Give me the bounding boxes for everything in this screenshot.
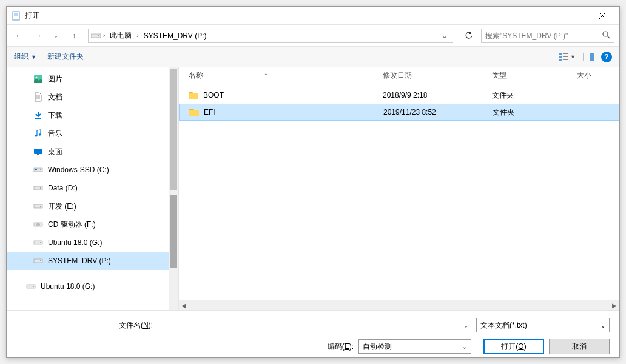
help-button[interactable]: ? — [601, 52, 612, 62]
file-row[interactable]: BOOT 2018/9/9 2:18 文件夹 — [179, 87, 619, 104]
drive-icon — [33, 183, 43, 193]
sidebar-item-music[interactable]: 音乐 — [7, 124, 178, 143]
folder-icon — [189, 108, 199, 116]
refresh-button[interactable] — [462, 29, 476, 43]
folder-icon — [189, 91, 198, 99]
column-header-date[interactable]: 修改日期 — [383, 70, 492, 81]
file-list: BOOT 2018/9/9 2:18 文件夹 EFI 2019/11/23 8:… — [179, 84, 619, 300]
search-box[interactable] — [481, 29, 614, 43]
folder-tree: 图片 文档 下载 音乐 桌面 — [7, 67, 178, 298]
svg-point-25 — [39, 133, 41, 136]
titlebar-left: 打开 — [12, 10, 39, 21]
column-headers: 名称 ⌃ 修改日期 类型 大小 — [179, 67, 619, 84]
scrollbar-thumb[interactable] — [170, 69, 177, 190]
breadcrumb: › 此电脑 › SYSTEM_DRV (P:) — [103, 29, 439, 42]
new-folder-button[interactable]: 新建文件夹 — [47, 52, 84, 62]
sidebar-item-desktop[interactable]: 桌面 — [7, 143, 178, 161]
svg-point-8 — [603, 32, 608, 36]
chevron-right-icon[interactable]: › — [103, 32, 105, 39]
pictures-icon — [33, 74, 43, 84]
encoding-label: 编码(E): — [328, 342, 354, 352]
svg-rect-17 — [590, 53, 594, 61]
preview-pane-icon — [583, 53, 594, 61]
address-bar[interactable]: › 此电脑 › SYSTEM_DRV (P:) ⌄ — [88, 29, 453, 43]
column-header-size[interactable]: 大小 — [577, 70, 619, 81]
main-area: 图片 文档 下载 音乐 桌面 — [7, 67, 619, 310]
svg-point-32 — [40, 187, 41, 189]
svg-rect-13 — [563, 56, 568, 57]
close-button[interactable] — [590, 7, 614, 24]
column-header-name[interactable]: 名称 ⌃ — [189, 70, 383, 81]
chevron-down-icon[interactable]: ⌄ — [463, 322, 468, 329]
column-header-type[interactable]: 类型 — [492, 70, 577, 81]
bottom-panel: 文件名(N): ⌄ 文本文档(*.txt) ⌄ 编码(E): 自动检测 ⌄ 打开… — [7, 310, 619, 362]
chevron-down-icon: ▼ — [570, 54, 576, 60]
view-mode-button[interactable]: ▼ — [559, 53, 576, 61]
nav-forward-button[interactable]: → — [30, 28, 45, 44]
sidebar-item-drive-g2[interactable]: Ubuntu 18.0 (G:) — [7, 277, 178, 295]
nav-up-button[interactable]: ↑ — [66, 28, 82, 44]
action-buttons: 打开(O) 取消 — [483, 339, 610, 354]
search-icon[interactable] — [602, 31, 610, 41]
sidebar-item-drive-e[interactable]: 开发 (E:) — [7, 197, 178, 215]
sidebar-scrollbar[interactable] — [169, 67, 178, 310]
sort-ascending-icon: ⌃ — [264, 73, 268, 78]
downloads-icon — [33, 110, 43, 120]
scrollbar-thumb[interactable] — [170, 195, 177, 268]
drive-icon — [33, 201, 43, 211]
sidebar-item-drive-g[interactable]: Ubuntu 18.0 (G:) — [7, 234, 178, 252]
svg-point-41 — [40, 260, 41, 261]
svg-rect-29 — [35, 169, 37, 170]
filename-input[interactable]: ⌄ — [158, 318, 471, 332]
scroll-right-icon[interactable]: ▶ — [610, 300, 619, 310]
encoding-select[interactable]: 自动检测 ⌄ — [358, 339, 471, 354]
address-dropdown[interactable]: ⌄ — [439, 32, 450, 40]
breadcrumb-current[interactable]: SYSTEM_DRV (P:) — [141, 30, 209, 41]
sidebar-item-documents[interactable]: 文档 — [7, 88, 178, 106]
scrollbar-track[interactable] — [198, 302, 600, 309]
sidebar-item-drive-d[interactable]: Data (D:) — [7, 179, 178, 197]
svg-point-39 — [40, 242, 41, 243]
sidebar-item-drive-c[interactable]: Windows-SSD (C:) — [7, 161, 178, 179]
preview-pane-button[interactable] — [583, 53, 594, 61]
svg-rect-14 — [559, 59, 562, 61]
file-content-area: 名称 ⌃ 修改日期 类型 大小 BOOT 2018/9/9 2:18 文件夹 — [179, 67, 619, 310]
scroll-left-icon[interactable]: ◀ — [179, 300, 189, 310]
svg-rect-11 — [563, 53, 568, 54]
svg-rect-12 — [559, 56, 562, 58]
chevron-down-icon: ⌄ — [462, 343, 467, 350]
sidebar: 图片 文档 下载 音乐 桌面 — [7, 67, 179, 310]
breadcrumb-root[interactable]: 此电脑 — [107, 29, 134, 42]
sidebar-item-drive-p[interactable]: SYSTEM_DRV (P:) — [7, 252, 178, 270]
svg-point-37 — [38, 224, 38, 224]
nav-recent-dropdown[interactable]: ⌄ — [48, 28, 64, 44]
svg-point-30 — [40, 169, 41, 170]
chevron-down-icon: ▼ — [31, 54, 36, 60]
svg-point-34 — [40, 206, 41, 207]
navbar: ← → ⌄ ↑ › 此电脑 › SYSTEM_DRV (P:) ⌄ — [7, 25, 619, 47]
drive-cd-icon — [33, 220, 43, 229]
horizontal-scrollbar[interactable]: ◀ ▶ — [179, 300, 619, 310]
toolbar-left: 组织 ▼ 新建文件夹 — [14, 52, 84, 62]
chevron-down-icon: ⌄ — [601, 322, 605, 329]
cancel-button[interactable]: 取消 — [549, 339, 610, 354]
svg-rect-15 — [563, 59, 568, 60]
encoding-row: 编码(E): 自动检测 ⌄ 打开(O) 取消 — [16, 339, 610, 354]
sidebar-item-drive-f[interactable]: CD 驱动器 (F:) — [7, 215, 178, 234]
svg-rect-10 — [559, 53, 562, 55]
sidebar-item-pictures[interactable]: 图片 — [7, 70, 178, 88]
chevron-right-icon[interactable]: › — [136, 32, 138, 39]
open-button[interactable]: 打开(O) — [483, 339, 544, 354]
search-input[interactable] — [485, 32, 602, 40]
notepad-icon — [12, 11, 21, 21]
organize-button[interactable]: 组织 ▼ — [14, 52, 36, 62]
nav-back-button[interactable]: ← — [12, 28, 27, 44]
filename-row: 文件名(N): ⌄ 文本文档(*.txt) ⌄ — [16, 318, 610, 332]
filename-label: 文件名(N): — [16, 320, 153, 331]
window-title: 打开 — [25, 10, 39, 21]
file-row[interactable]: EFI 2019/11/23 8:52 文件夹 — [179, 104, 619, 121]
svg-point-7 — [98, 35, 99, 36]
sidebar-item-downloads[interactable]: 下载 — [7, 106, 178, 124]
svg-point-24 — [35, 135, 38, 137]
filter-select[interactable]: 文本文档(*.txt) ⌄ — [476, 318, 610, 332]
